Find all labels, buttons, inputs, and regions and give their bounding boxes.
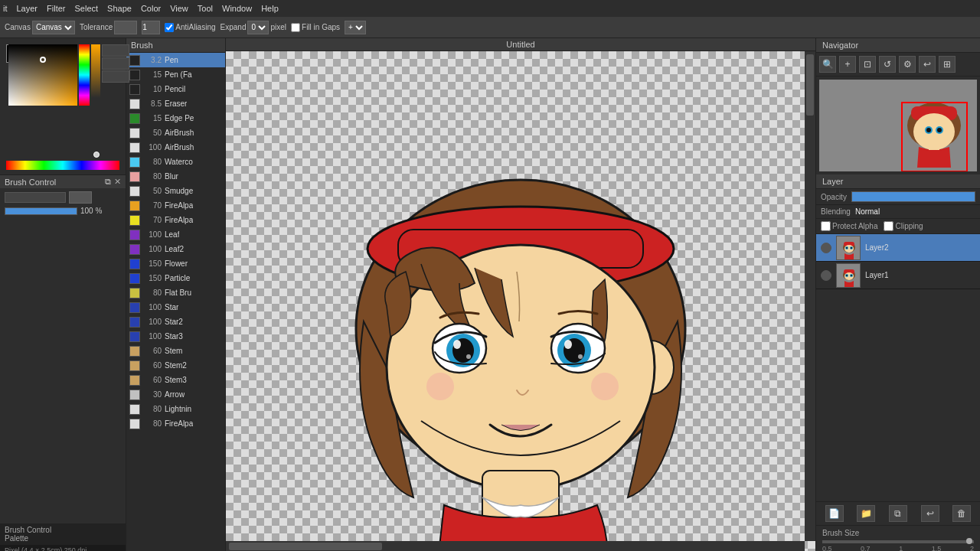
layer-list-item[interactable]: Layer1 [816,262,980,289]
nav-grid[interactable]: ⊞ [939,56,956,73]
new-folder-button[interactable]: 📁 [857,505,875,522]
layer-opacity-label: Opacity [821,193,847,201]
alpha-bar[interactable] [91,44,100,98]
brush-size-text: 15 [143,70,162,79]
brush-list-item[interactable]: 80FireAlpa [126,416,225,431]
protect-alpha-checkbox[interactable] [821,221,831,231]
menu-help[interactable]: Help [261,4,279,13]
hue-bar[interactable] [79,44,90,106]
brush-opacity-row: 100 % [5,207,121,215]
brush-size-bottom-thumb[interactable] [966,538,972,544]
brush-list-item[interactable]: 150Flower [126,256,225,271]
expand-select[interactable]: 0 [247,21,269,34]
brush-list-item[interactable]: 8.5Eraser [126,96,225,111]
tolerance-input[interactable] [114,21,137,34]
brush-color-swatch [129,128,140,139]
fill-in-gaps-checkbox[interactable] [291,23,300,32]
brush-list-item[interactable]: 100Star2 [126,315,225,329]
delete-layer-button[interactable]: 🗑 [952,505,971,522]
duplicate-layer-button[interactable]: ⧉ [889,505,907,522]
brush-list-item[interactable]: 15Edge Pe [126,111,225,126]
menu-window[interactable]: Window [222,4,252,13]
brush-list-item[interactable]: 15Pen (Fa [126,67,225,82]
menu-filter[interactable]: Filter [47,4,65,13]
layer-opacity-slider[interactable] [851,191,975,202]
clipping-checkbox[interactable] [884,221,893,231]
brush-list-item[interactable]: 3.2Pen [126,53,225,67]
layer-visibility-toggle[interactable] [821,243,831,253]
brush-list-item[interactable]: 100Leaf2 [126,242,225,256]
brush-list-item[interactable]: 60Stem2 [126,358,225,373]
clipping-option[interactable]: Clipping [884,221,923,231]
fill-mode-select[interactable]: + [345,21,366,34]
color-strip[interactable] [6,161,119,170]
brush-list-item[interactable]: 70FireAlpa [126,213,225,227]
brush-control-minimize[interactable]: ⧉ [105,177,111,187]
protect-alpha-option[interactable]: Protect Alpha [821,221,877,231]
layer-blending-value[interactable]: Normal [855,207,975,216]
canvas-content[interactable] [226,51,815,551]
nav-fit[interactable]: ⊡ [859,56,876,73]
color-b-input[interactable]: 80 [102,70,129,83]
palette-status[interactable]: Palette [5,534,121,543]
menu-layer[interactable]: Layer [17,4,38,13]
brush-control-close[interactable]: ✕ [114,177,121,187]
brush-list[interactable]: 3.2Pen15Pen (Fa10Pencil8.5Eraser15Edge P… [126,53,225,551]
brush-list-item[interactable]: 100Star3 [126,329,225,344]
brush-list-item[interactable]: 80Lightnin [126,402,225,416]
anti-aliasing-label[interactable]: AntiAliasing [165,23,215,32]
brush-name-text: Edge Pe [165,114,194,122]
menu-select[interactable]: Select [74,4,98,13]
brush-size-text: 100 [143,332,162,341]
canvas-vscrollbar-thumb[interactable] [806,54,814,116]
brush-list-item[interactable]: 150Particle [126,271,225,285]
canvas-vscrollbar[interactable] [805,51,815,541]
brush-list-item[interactable]: 80Blur [126,169,225,184]
brush-list-item[interactable]: 80Waterco [126,155,225,169]
brush-size-value[interactable]: 3.2 [69,191,92,204]
nav-undo[interactable]: ↩ [919,56,936,73]
anti-aliasing-checkbox[interactable] [165,23,174,32]
brush-list-item[interactable]: 30Arrow [126,387,225,402]
new-layer-button[interactable]: 📄 [825,505,844,522]
color-picker-gradient[interactable] [8,44,77,106]
nav-zoom-out[interactable]: 🔍 [819,56,836,73]
color-r-input[interactable]: 152 [102,44,129,57]
brush-list-item[interactable]: 100Star [126,300,225,315]
brush-list-item[interactable]: 10Pencil [126,82,225,96]
brush-list-item[interactable]: 100Leaf [126,227,225,242]
nav-zoom-in[interactable]: + [839,56,856,73]
menu-tool[interactable]: Tool [198,4,213,13]
nav-settings[interactable]: ⚙ [899,56,916,73]
brush-size-scale-label: 0.5 [822,545,832,551]
fill-in-gaps-label[interactable]: Fill in Gaps [291,23,340,32]
merge-layer-button[interactable]: ↩ [921,505,939,522]
brush-control-status[interactable]: Brush Control [5,526,121,534]
navigator-preview[interactable] [819,80,977,171]
menu-view[interactable]: View [170,4,188,13]
menu-shape[interactable]: Shape [107,4,132,13]
left-spacer [0,218,126,523]
canvas-hscrollbar[interactable] [226,541,805,551]
nav-rotate-cw[interactable]: ↺ [879,56,896,73]
menu-it[interactable]: it [3,4,8,13]
canvas-select[interactable]: Canvas [32,21,75,34]
brush-list-item[interactable]: 80Flat Bru [126,285,225,300]
tolerance-label: Tolerance [80,21,137,34]
brush-size-slider[interactable] [5,192,66,203]
layer-visibility-toggle[interactable] [821,270,831,281]
brush-list-item[interactable]: 60Stem3 [126,373,225,387]
canvas-hscrollbar-thumb[interactable] [229,543,382,550]
brush-opacity-bar[interactable] [5,207,77,215]
layer-list-item[interactable]: Layer2 [816,234,980,262]
brush-list-item[interactable]: 50AirBrush [126,126,225,140]
brush-list-item[interactable]: 100AirBrush [126,140,225,155]
brush-size-bottom-slider[interactable] [822,540,974,543]
brush-size-input[interactable] [142,21,160,34]
color-g-input[interactable]: 119 [102,57,129,70]
layer-list[interactable]: Layer2Layer1 [816,234,980,501]
menu-color[interactable]: Color [141,4,161,13]
brush-list-item[interactable]: 70FireAlpa [126,198,225,213]
brush-list-item[interactable]: 50Smudge [126,184,225,198]
brush-list-item[interactable]: 60Stem [126,344,225,358]
